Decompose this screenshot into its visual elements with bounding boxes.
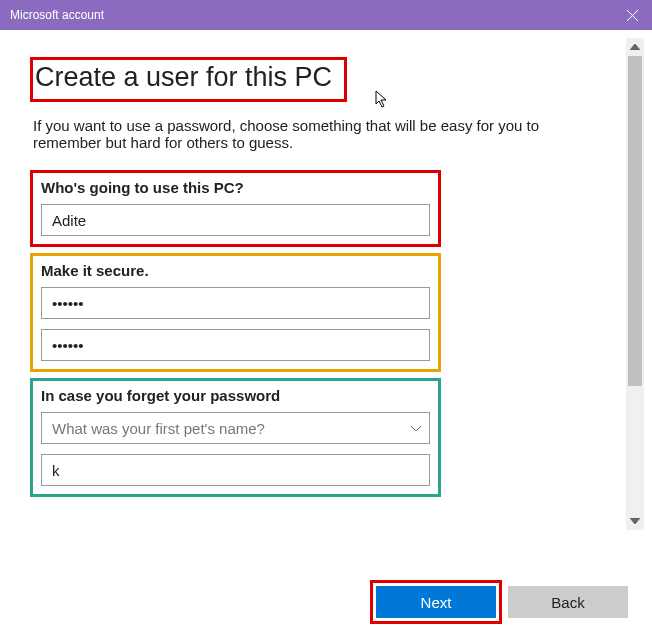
intro-text: If you want to use a password, choose so… (33, 117, 603, 151)
scrollbar[interactable] (626, 38, 644, 530)
page-title: Create a user for this PC (33, 60, 344, 99)
titlebar: Microsoft account (0, 0, 652, 30)
svg-marker-2 (630, 44, 640, 50)
password-input[interactable] (41, 287, 430, 319)
security-question-select[interactable] (41, 412, 430, 444)
content-area: Create a user for this PC If you want to… (0, 30, 652, 550)
back-button[interactable]: Back (508, 586, 628, 618)
close-icon (627, 10, 638, 21)
scrollbar-thumb[interactable] (628, 56, 642, 386)
close-button[interactable] (612, 0, 652, 30)
confirm-password-input[interactable] (41, 329, 430, 361)
scroll-down-button[interactable] (626, 512, 644, 530)
username-label: Who's going to use this PC? (41, 179, 430, 196)
password-section-label: Make it secure. (41, 262, 430, 279)
window-title: Microsoft account (10, 8, 612, 22)
password-section: Make it secure. (33, 256, 438, 369)
security-question-value[interactable] (41, 412, 430, 444)
security-question-label: In case you forget your password (41, 387, 430, 404)
scroll-up-button[interactable] (626, 38, 644, 56)
username-input[interactable] (41, 204, 430, 236)
cursor-icon (375, 90, 391, 114)
footer-buttons: Next Back (376, 586, 628, 618)
next-button[interactable]: Next (376, 586, 496, 618)
security-answer-input[interactable] (41, 454, 430, 486)
svg-marker-3 (630, 518, 640, 524)
security-question-section: In case you forget your password (33, 381, 438, 494)
username-section: Who's going to use this PC? (33, 173, 438, 244)
